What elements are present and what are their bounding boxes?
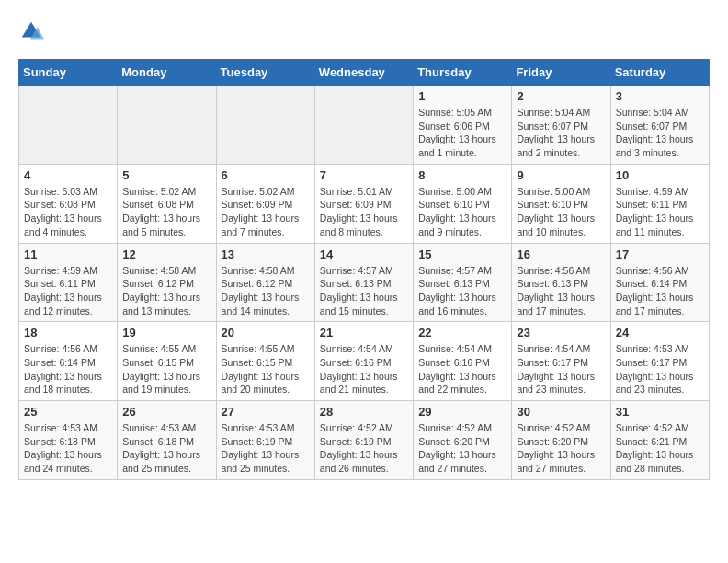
calendar-cell [19, 86, 118, 165]
calendar-week-4: 18Sunrise: 4:56 AM Sunset: 6:14 PM Dayli… [19, 322, 710, 401]
cell-content: Sunrise: 4:54 AM Sunset: 6:16 PM Dayligh… [320, 342, 408, 396]
day-number: 9 [517, 168, 605, 182]
cell-content: Sunrise: 4:56 AM Sunset: 6:14 PM Dayligh… [616, 264, 704, 318]
calendar-week-5: 25Sunrise: 4:53 AM Sunset: 6:18 PM Dayli… [19, 401, 710, 480]
day-header-monday: Monday [118, 60, 216, 86]
calendar-cell: 6Sunrise: 5:02 AM Sunset: 6:09 PM Daylig… [216, 164, 314, 243]
day-number: 5 [122, 168, 210, 182]
day-number: 3 [616, 89, 704, 103]
calendar-cell: 27Sunrise: 4:53 AM Sunset: 6:19 PM Dayli… [216, 401, 314, 480]
cell-content: Sunrise: 5:02 AM Sunset: 6:08 PM Dayligh… [122, 185, 210, 239]
calendar-cell: 25Sunrise: 4:53 AM Sunset: 6:18 PM Dayli… [19, 401, 118, 480]
day-number: 29 [418, 405, 506, 419]
calendar-cell: 4Sunrise: 5:03 AM Sunset: 6:08 PM Daylig… [19, 164, 118, 243]
cell-content: Sunrise: 5:03 AM Sunset: 6:08 PM Dayligh… [24, 185, 112, 239]
calendar-week-3: 11Sunrise: 4:59 AM Sunset: 6:11 PM Dayli… [19, 243, 710, 322]
calendar-cell [216, 86, 314, 165]
calendar-week-2: 4Sunrise: 5:03 AM Sunset: 6:08 PM Daylig… [19, 164, 710, 243]
day-header-thursday: Thursday [414, 60, 512, 86]
cell-content: Sunrise: 4:53 AM Sunset: 6:18 PM Dayligh… [24, 421, 112, 476]
cell-content: Sunrise: 4:56 AM Sunset: 6:13 PM Dayligh… [517, 264, 605, 318]
day-number: 11 [24, 247, 112, 261]
day-number: 6 [222, 168, 310, 182]
day-number: 31 [616, 405, 704, 419]
cell-content: Sunrise: 4:59 AM Sunset: 6:11 PM Dayligh… [616, 185, 704, 239]
day-number: 23 [517, 326, 605, 339]
calendar-cell [118, 86, 216, 165]
cell-content: Sunrise: 4:58 AM Sunset: 6:12 PM Dayligh… [222, 264, 310, 318]
day-number: 20 [222, 326, 310, 339]
day-number: 1 [418, 89, 506, 103]
day-header-saturday: Saturday [610, 60, 709, 86]
cell-content: Sunrise: 4:55 AM Sunset: 6:15 PM Dayligh… [122, 342, 210, 396]
calendar-body: 1Sunrise: 5:05 AM Sunset: 6:06 PM Daylig… [19, 86, 710, 480]
day-number: 17 [616, 247, 704, 261]
calendar-cell: 16Sunrise: 4:56 AM Sunset: 6:13 PM Dayli… [512, 243, 610, 322]
calendar-cell: 10Sunrise: 4:59 AM Sunset: 6:11 PM Dayli… [610, 164, 709, 243]
day-number: 30 [517, 405, 605, 419]
calendar-cell: 9Sunrise: 5:00 AM Sunset: 6:10 PM Daylig… [512, 164, 610, 243]
calendar-cell: 8Sunrise: 5:00 AM Sunset: 6:10 PM Daylig… [414, 164, 512, 243]
cell-content: Sunrise: 4:53 AM Sunset: 6:17 PM Dayligh… [616, 342, 704, 396]
cell-content: Sunrise: 4:52 AM Sunset: 6:19 PM Dayligh… [320, 421, 408, 476]
day-header-wednesday: Wednesday [314, 60, 413, 86]
day-number: 13 [222, 247, 310, 261]
calendar-cell: 28Sunrise: 4:52 AM Sunset: 6:19 PM Dayli… [314, 401, 413, 480]
cell-content: Sunrise: 5:00 AM Sunset: 6:10 PM Dayligh… [517, 185, 605, 239]
logo-icon [18, 18, 44, 44]
day-number: 16 [517, 247, 605, 261]
cell-content: Sunrise: 4:53 AM Sunset: 6:19 PM Dayligh… [222, 421, 310, 476]
cell-content: Sunrise: 5:04 AM Sunset: 6:07 PM Dayligh… [517, 106, 605, 160]
cell-content: Sunrise: 5:01 AM Sunset: 6:09 PM Dayligh… [320, 185, 408, 239]
cell-content: Sunrise: 4:56 AM Sunset: 6:14 PM Dayligh… [24, 342, 112, 396]
logo [18, 18, 48, 44]
day-number: 12 [122, 247, 210, 261]
calendar-cell: 22Sunrise: 4:54 AM Sunset: 6:16 PM Dayli… [414, 322, 512, 401]
day-number: 7 [320, 168, 408, 182]
day-number: 4 [24, 168, 112, 182]
day-number: 8 [418, 168, 506, 182]
calendar-table: SundayMondayTuesdayWednesdayThursdayFrid… [18, 59, 710, 480]
calendar-cell: 23Sunrise: 4:54 AM Sunset: 6:17 PM Dayli… [512, 322, 610, 401]
day-number: 2 [517, 89, 605, 103]
cell-content: Sunrise: 4:52 AM Sunset: 6:20 PM Dayligh… [418, 421, 506, 476]
cell-content: Sunrise: 4:57 AM Sunset: 6:13 PM Dayligh… [320, 264, 408, 318]
calendar-cell: 21Sunrise: 4:54 AM Sunset: 6:16 PM Dayli… [314, 322, 413, 401]
calendar-cell: 2Sunrise: 5:04 AM Sunset: 6:07 PM Daylig… [512, 86, 610, 165]
calendar-cell: 30Sunrise: 4:52 AM Sunset: 6:20 PM Dayli… [512, 401, 610, 480]
calendar-cell: 15Sunrise: 4:57 AM Sunset: 6:13 PM Dayli… [414, 243, 512, 322]
calendar-cell: 17Sunrise: 4:56 AM Sunset: 6:14 PM Dayli… [610, 243, 709, 322]
calendar-cell [314, 86, 413, 165]
calendar-cell: 1Sunrise: 5:05 AM Sunset: 6:06 PM Daylig… [414, 86, 512, 165]
cell-content: Sunrise: 4:54 AM Sunset: 6:17 PM Dayligh… [517, 342, 605, 396]
calendar-cell: 12Sunrise: 4:58 AM Sunset: 6:12 PM Dayli… [118, 243, 216, 322]
calendar-week-1: 1Sunrise: 5:05 AM Sunset: 6:06 PM Daylig… [19, 86, 710, 165]
day-number: 14 [320, 247, 408, 261]
day-number: 22 [418, 326, 506, 339]
calendar-cell: 26Sunrise: 4:53 AM Sunset: 6:18 PM Dayli… [118, 401, 216, 480]
page-header [18, 18, 710, 44]
header-row: SundayMondayTuesdayWednesdayThursdayFrid… [19, 60, 710, 86]
day-number: 19 [122, 326, 210, 339]
day-header-sunday: Sunday [19, 60, 118, 86]
day-number: 26 [122, 405, 210, 419]
cell-content: Sunrise: 4:57 AM Sunset: 6:13 PM Dayligh… [418, 264, 506, 318]
calendar-header: SundayMondayTuesdayWednesdayThursdayFrid… [19, 60, 710, 86]
cell-content: Sunrise: 4:58 AM Sunset: 6:12 PM Dayligh… [122, 264, 210, 318]
calendar-cell: 13Sunrise: 4:58 AM Sunset: 6:12 PM Dayli… [216, 243, 314, 322]
calendar-cell: 5Sunrise: 5:02 AM Sunset: 6:08 PM Daylig… [118, 164, 216, 243]
day-number: 28 [320, 405, 408, 419]
cell-content: Sunrise: 4:59 AM Sunset: 6:11 PM Dayligh… [24, 264, 112, 318]
calendar-cell: 14Sunrise: 4:57 AM Sunset: 6:13 PM Dayli… [314, 243, 413, 322]
calendar-cell: 29Sunrise: 4:52 AM Sunset: 6:20 PM Dayli… [414, 401, 512, 480]
cell-content: Sunrise: 4:54 AM Sunset: 6:16 PM Dayligh… [418, 342, 506, 396]
calendar-cell: 3Sunrise: 5:04 AM Sunset: 6:07 PM Daylig… [610, 86, 709, 165]
day-number: 24 [616, 326, 704, 339]
calendar-cell: 20Sunrise: 4:55 AM Sunset: 6:15 PM Dayli… [216, 322, 314, 401]
calendar-cell: 18Sunrise: 4:56 AM Sunset: 6:14 PM Dayli… [19, 322, 118, 401]
cell-content: Sunrise: 4:55 AM Sunset: 6:15 PM Dayligh… [222, 342, 310, 396]
cell-content: Sunrise: 4:53 AM Sunset: 6:18 PM Dayligh… [122, 421, 210, 476]
calendar-cell: 24Sunrise: 4:53 AM Sunset: 6:17 PM Dayli… [610, 322, 709, 401]
day-header-friday: Friday [512, 60, 610, 86]
day-number: 15 [418, 247, 506, 261]
